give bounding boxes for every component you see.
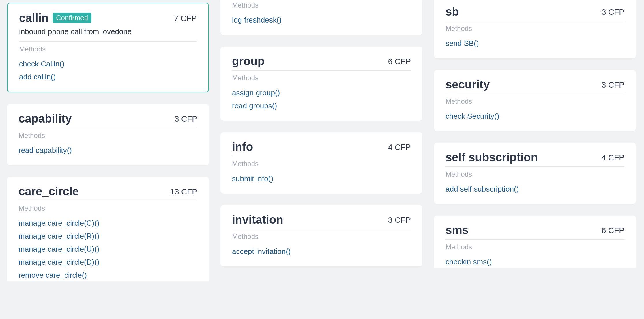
card-group[interactable]: group 6 CFP Methods assign group() read …	[220, 47, 422, 121]
method-link[interactable]: accept invitation()	[232, 246, 411, 257]
divider	[445, 239, 624, 240]
divider	[18, 128, 197, 128]
card-callin[interactable]: callin Confirmed 7 CFP inbound phone cal…	[7, 3, 209, 92]
cards-grid: callin Confirmed 7 CFP inbound phone cal…	[0, 0, 644, 284]
card-title: sb	[445, 5, 459, 18]
method-link[interactable]: send SB()	[445, 38, 624, 49]
divider	[445, 21, 624, 21]
cfp-count: 13 CFP	[170, 187, 197, 196]
card-header: sms 6 CFP	[445, 224, 624, 236]
card-title: sms	[445, 224, 469, 236]
card-invitation[interactable]: invitation 3 CFP Methods accept invitati…	[220, 205, 422, 266]
card-sb[interactable]: sb 3 CFP Methods send SB()	[434, 0, 636, 58]
methods-label: Methods	[445, 97, 624, 105]
card-header: invitation 3 CFP	[232, 213, 411, 226]
card-title: care_circle	[18, 185, 79, 198]
method-link[interactable]: checkin sms()	[445, 256, 624, 268]
divider	[19, 41, 197, 42]
divider	[445, 94, 624, 94]
card-title: security	[445, 78, 490, 91]
card-care-circle[interactable]: care_circle 13 CFP Methods manage care_c…	[7, 177, 209, 281]
cfp-count: 4 CFP	[602, 153, 624, 162]
methods-label: Methods	[232, 1, 411, 9]
card-header: info 4 CFP	[232, 140, 411, 153]
card-title: capability	[18, 112, 72, 125]
method-link[interactable]: manage care_circle(R)()	[18, 231, 197, 242]
methods-list: read capability()	[18, 145, 197, 156]
column-2: Methods log freshdesk() group 6 CFP Meth…	[220, 0, 422, 281]
card-header: care_circle 13 CFP	[18, 185, 197, 198]
methods-list: manage care_circle(C)() manage care_circ…	[18, 218, 197, 281]
cfp-count: 3 CFP	[388, 216, 411, 225]
card-security[interactable]: security 3 CFP Methods check Security()	[434, 70, 636, 131]
cfp-count: 6 CFP	[388, 57, 411, 66]
card-sms[interactable]: sms 6 CFP Methods checkin sms()	[434, 216, 636, 268]
card-header: capability 3 CFP	[18, 112, 197, 125]
card-title: callin	[19, 12, 48, 24]
card-title: self subscription	[445, 151, 538, 164]
methods-label: Methods	[445, 243, 624, 251]
method-link[interactable]: check Callin()	[19, 58, 197, 70]
card-title: info	[232, 140, 253, 153]
methods-label: Methods	[18, 131, 197, 140]
cfp-count: 3 CFP	[175, 114, 197, 124]
methods-list: submit info()	[232, 173, 411, 184]
methods-list: check Callin() add callin()	[19, 58, 197, 83]
method-link[interactable]: read capability()	[18, 145, 197, 156]
card-info[interactable]: info 4 CFP Methods submit info()	[220, 132, 422, 194]
methods-label: Methods	[445, 25, 624, 33]
column-3: sb 3 CFP Methods send SB() security 3 CF…	[434, 0, 636, 281]
methods-list: add self subscription()	[445, 183, 624, 195]
method-link[interactable]: manage care_circle(C)()	[18, 218, 197, 229]
method-link[interactable]: read groups()	[232, 100, 411, 112]
methods-label: Methods	[232, 233, 411, 241]
methods-label: Methods	[19, 45, 197, 53]
card-freshdesk[interactable]: Methods log freshdesk()	[220, 0, 422, 35]
card-capability[interactable]: capability 3 CFP Methods read capability…	[7, 104, 209, 165]
methods-list: assign group() read groups()	[232, 87, 411, 112]
divider	[232, 229, 411, 229]
methods-list: send SB()	[445, 38, 624, 49]
methods-label: Methods	[18, 204, 197, 212]
methods-label: Methods	[445, 170, 624, 178]
divider	[445, 166, 624, 167]
methods-list: checkin sms()	[445, 256, 624, 268]
methods-list: log freshdesk()	[232, 14, 411, 26]
methods-list: check Security()	[445, 111, 624, 122]
method-link[interactable]: add callin()	[19, 71, 197, 83]
card-self-subscription[interactable]: self subscription 4 CFP Methods add self…	[434, 143, 636, 204]
card-header: group 6 CFP	[232, 55, 411, 67]
column-1: callin Confirmed 7 CFP inbound phone cal…	[7, 3, 209, 281]
status-badge: Confirmed	[53, 13, 91, 23]
divider	[232, 156, 411, 156]
card-description: inbound phone call from lovedone	[19, 27, 197, 36]
card-title: invitation	[232, 213, 283, 226]
divider	[18, 201, 197, 201]
cfp-count: 6 CFP	[602, 226, 624, 235]
methods-list: accept invitation()	[232, 246, 411, 257]
method-link[interactable]: add self subscription()	[445, 183, 624, 195]
card-header: sb 3 CFP	[445, 5, 624, 18]
method-link[interactable]: remove care_circle()	[18, 270, 197, 281]
method-link[interactable]: manage care_circle(U)()	[18, 244, 197, 255]
method-link[interactable]: assign group()	[232, 87, 411, 99]
method-link[interactable]: submit info()	[232, 173, 411, 184]
card-header: security 3 CFP	[445, 78, 624, 91]
card-header: callin Confirmed 7 CFP	[19, 12, 197, 24]
title-wrap: callin Confirmed	[19, 12, 91, 24]
method-link[interactable]: check Security()	[445, 111, 624, 122]
method-link[interactable]: manage care_circle(D)()	[18, 257, 197, 268]
method-link[interactable]: log freshdesk()	[232, 14, 411, 26]
card-header: self subscription 4 CFP	[445, 151, 624, 164]
cfp-count: 7 CFP	[174, 14, 197, 23]
card-title: group	[232, 55, 265, 67]
cfp-count: 3 CFP	[602, 80, 624, 90]
cfp-count: 4 CFP	[388, 143, 411, 152]
methods-label: Methods	[232, 160, 411, 168]
methods-label: Methods	[232, 74, 411, 82]
cfp-count: 3 CFP	[602, 8, 624, 17]
divider	[232, 70, 411, 71]
